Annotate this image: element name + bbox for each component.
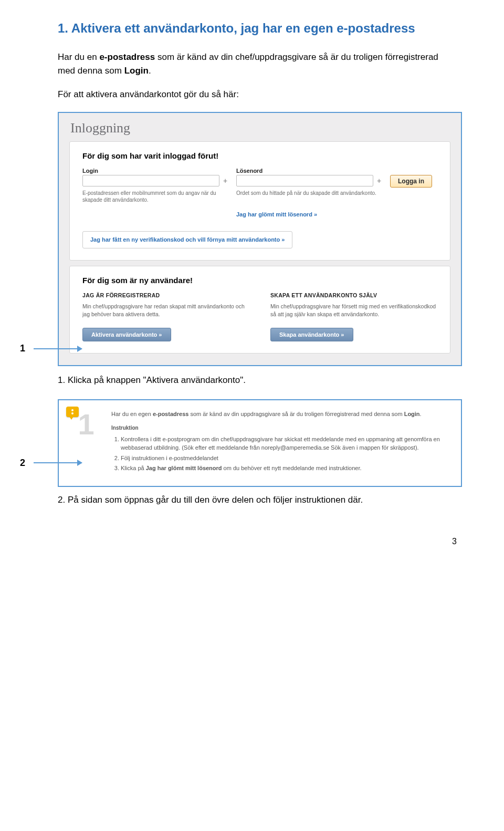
instruktion-item-3: Klicka på Jag har glömt mitt lösenord om… xyxy=(121,464,448,473)
screenshot-inloggning: Inloggning För dig som har varit inlogga… xyxy=(58,112,462,367)
intro-paragraph-1: Har du en e-postadress som är känd av di… xyxy=(58,50,457,77)
login-label: Login xyxy=(82,168,229,174)
lead-a: Har du en egen xyxy=(111,411,153,417)
lead-e: . xyxy=(420,411,422,417)
callout-1: 1 xyxy=(20,343,462,354)
lead-b: e-postadress xyxy=(153,411,188,417)
li3a: Klicka på xyxy=(121,465,146,471)
inloggning-heading: Inloggning xyxy=(69,120,450,136)
preregistered-text: Min chef/uppdragsgivare har redan skapat… xyxy=(82,303,249,318)
page-number: 3 xyxy=(58,537,457,546)
preregistered-heading: JAG ÄR FÖRREGISTRERAD xyxy=(82,292,249,298)
panel-new-user: För dig som är ny användare! JAG ÄR FÖRR… xyxy=(69,266,450,354)
callout-1-number: 1 xyxy=(20,343,30,354)
intro-1e: . xyxy=(149,66,151,76)
password-label: Lösenord xyxy=(236,168,383,174)
step-badge: 1 xyxy=(72,410,100,439)
intro-1a: Har du en xyxy=(58,52,99,62)
create-account-text: Min chef/uppdragsgivare har försett mig … xyxy=(270,303,437,318)
step-1-text: 1. Klicka på knappen "Aktivera användark… xyxy=(58,375,457,386)
lead-d: Login xyxy=(404,411,420,417)
login-input[interactable] xyxy=(82,175,219,186)
arrow-icon xyxy=(34,348,82,349)
password-help: Ordet som du hittade på när du skapade d… xyxy=(236,190,383,197)
verify-code-link[interactable]: Jag har fått en ny verifikationskod och … xyxy=(82,231,292,248)
plus-icon: + xyxy=(222,176,229,185)
login-help: E-postadressen eller mobilnummret som du… xyxy=(82,190,229,204)
plus-icon: + xyxy=(375,176,383,185)
panel-existing-user: För dig som har varit inloggad förut! Lo… xyxy=(69,141,450,261)
screenshot-instruktion: 1 Har du en egen e-postadress som är kän… xyxy=(58,399,462,487)
step-2-text: 2. På sidan som öppnas går du till den ö… xyxy=(58,495,457,505)
activate-account-button[interactable]: Aktivera användarkonto » xyxy=(82,328,171,341)
li3c: om du behöver ett nytt meddelande med in… xyxy=(222,465,362,471)
intro-paragraph-2: För att aktivera användarkontot gör du s… xyxy=(58,88,457,101)
create-account-button[interactable]: Skapa användarkonto » xyxy=(270,328,353,341)
callout-2-number: 2 xyxy=(20,458,30,469)
instruktion-list: Kontrollera i ditt e-postprogram om din … xyxy=(121,435,448,473)
panel-existing-title: För dig som har varit inloggad förut! xyxy=(82,151,437,160)
instruktion-heading: Instruktion xyxy=(111,424,448,432)
forgot-password-link[interactable]: Jag har glömt mitt lösenord » xyxy=(236,211,383,217)
create-account-heading: SKAPA ETT ANVÄNDARKONTO SJÄLV xyxy=(270,292,437,298)
forgot-password-reference: Jag har glömt mitt lösenord xyxy=(146,465,222,471)
instruktion-item-2: Följ instruktionen i e-postmeddelandet xyxy=(121,454,448,463)
intro-1d: Login xyxy=(124,66,149,76)
arrow-icon xyxy=(34,462,82,463)
page-title: 1. Aktivera ett användarkonto, jag har e… xyxy=(58,21,457,36)
instruktion-item-1: Kontrollera i ditt e-postprogram om din … xyxy=(121,435,448,452)
password-input[interactable] xyxy=(236,175,373,186)
panel-new-title: För dig som är ny användare! xyxy=(82,276,437,285)
instruktion-lead: Har du en egen e-postadress som är känd … xyxy=(111,410,448,419)
lead-c: som är känd av din uppdragsgivare så är … xyxy=(188,411,404,417)
speech-bubble-icon xyxy=(66,407,79,417)
intro-1b: e-postadress xyxy=(99,52,155,62)
login-button[interactable]: Logga in xyxy=(390,175,432,188)
